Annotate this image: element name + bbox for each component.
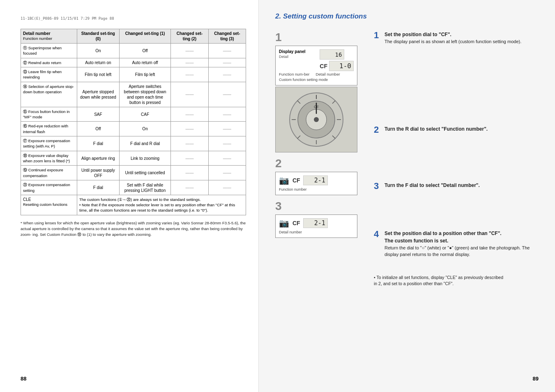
panel1-lcd-top: 16 [320, 49, 344, 60]
changed1-cell: Film tip left [119, 67, 171, 82]
table-row: ⑭ Selection of aperture stop-down button… [21, 82, 246, 107]
page-number-right: 89 [533, 376, 539, 382]
changed2-cell [171, 82, 208, 107]
step1-num: 1 [374, 31, 381, 45]
table-row: ⑲ Continued exposure compensationUntil p… [21, 166, 246, 180]
panel1-top: Display panel Detail 16 CF 1-0 [279, 49, 354, 71]
step4-body: Return the dial to "○" (white) or "●" (g… [385, 245, 530, 257]
table-row: ⑮ Focus button function in "MF" modeSAFC… [21, 107, 246, 122]
left-page: 11-1BC(E)_P086-89 11/15/01 7:29 PM Page … [0, 0, 259, 392]
changed1-cell: F dial and R dial [119, 136, 171, 151]
changed1-cell: Off [119, 44, 171, 58]
panel2-lcd: 2-1 [303, 175, 328, 185]
panel1-lcd-bottom: 1-0 [329, 61, 354, 71]
panel3-camera-icon: 📷 [279, 218, 289, 228]
footnote: * When using lenses for which the open a… [21, 220, 246, 238]
changed2-cell [171, 151, 208, 166]
panel2-box: 📷 CF 2-1 Function number [275, 172, 357, 195]
table-row: ⑬ Leave film tip when rewindingFilm tip … [21, 67, 246, 82]
fn-detail-cell: ⑬ Leave film tip when rewinding [21, 67, 77, 82]
bullet-point: • To initialize all set functions, displ… [374, 274, 505, 288]
col-standard-header: Standard set-ting (0) [77, 29, 120, 44]
step1-heading: Set the position dial to "CF". [385, 32, 451, 37]
right-page: 2. Setting custom functions 1 Display pa… [259, 0, 555, 392]
changed2-cell [171, 44, 208, 58]
col-changed3-header: Changed set-ting (3) [208, 29, 246, 44]
changed2-cell [171, 180, 208, 195]
col-changed2-header: Changed set-ting (2) [171, 29, 208, 44]
step4-sub: The custom function is set. [385, 238, 448, 244]
changed3-cell [208, 44, 246, 58]
panel3-cf-lcd: CF 2-1 [292, 218, 328, 228]
camera-dial-image: CF [275, 87, 357, 152]
table-row: ⑫ Rewind auto returnAuto return onAuto r… [21, 58, 246, 67]
right-content: 1 Display panel Detail 16 CF 1-0 [275, 31, 539, 287]
panels-column: 1 Display panel Detail 16 CF 1-0 [275, 31, 366, 287]
step1-body: The display panel is as shown at left (c… [385, 39, 521, 44]
dial-svg: CF [288, 91, 345, 148]
panel2-fn-label: Function number [279, 187, 354, 191]
step3-heading: Turn the F dial to select "Detail number… [385, 182, 480, 188]
svg-point-13 [314, 117, 319, 122]
cle-desc-cell: The custom functions (①～⑳) are always se… [77, 195, 246, 215]
step3-num: 3 [374, 182, 381, 191]
panel1-cf-row: CF 1-0 [320, 61, 354, 71]
fn-detail-cell: ⑱ Exposure value display when zoom lens … [21, 151, 77, 166]
fn-detail-cell: ⑰ Exposure compensation setting (with Av… [21, 136, 77, 151]
step2-text: Turn the R dial to select "Function numb… [385, 125, 488, 134]
step1-number-label: 1 [275, 31, 366, 44]
changed3-cell [208, 107, 246, 122]
fn-detail-cell: ⑪ Superimpose when focused [21, 44, 77, 58]
instruction-step-4: 4 Set the position dial to a position ot… [374, 230, 539, 258]
panel1-display-label: Display panel [279, 49, 305, 54]
panel1-detail-num-label: Detail number [315, 72, 340, 76]
changed3-cell [208, 180, 246, 195]
step4-heading: Set the position dial to a position othe… [385, 231, 502, 236]
cf-table: Detail number Function number Standard s… [21, 29, 246, 215]
standard-cell: Off [77, 122, 120, 136]
changed1-cell: On [119, 122, 171, 136]
col-detail-header: Detail number Function number [23, 31, 75, 41]
page-header: 11-1BC(E)_P086-89 11/15/01 7:29 PM Page … [21, 16, 246, 21]
changed1-cell: CAF [119, 107, 171, 122]
changed3-cell [208, 136, 246, 151]
changed1-cell: Aperture switches between stopped down a… [119, 82, 171, 107]
changed3-cell [208, 82, 246, 107]
panel1-labels: Display panel Detail [279, 49, 305, 59]
changed2-cell [171, 58, 208, 67]
fn-detail-cell: ⑯ Red-eye reduction with internal flash [21, 122, 77, 136]
fn-detail-cell: ⑫ Rewind auto return [21, 58, 77, 67]
panel1-bottom-labels: Function num-ber Detail number [279, 72, 354, 76]
section-title: 2. Setting custom functions [275, 12, 539, 23]
cle-fn-cell: CLEResetting custom functions [21, 195, 77, 215]
step3-text: Turn the F dial to select "Detail number… [385, 182, 480, 191]
table-row: ⑪ Superimpose when focusedOnOff [21, 44, 246, 58]
step2-heading: Turn the R dial to select "Function numb… [385, 126, 488, 132]
fn-detail-cell: ⑭ Selection of aperture stop-down button… [21, 82, 77, 107]
panel1-lcd-area: 16 CF 1-0 [320, 49, 354, 71]
step2-number-label: 2 [275, 157, 366, 170]
changed2-cell [171, 122, 208, 136]
panel1-mode-label: Custom function setting mode [279, 78, 354, 82]
step4-num: 4 [374, 230, 381, 258]
changed3-cell [208, 122, 246, 136]
changed1-cell: Auto return off [119, 58, 171, 67]
step1-text: Set the position dial to "CF". The displ… [385, 31, 521, 45]
instruction-step-1: 1 Set the position dial to "CF". The dis… [374, 31, 539, 45]
standard-cell: F dial [77, 136, 120, 151]
panel3-inner: 📷 CF 2-1 [279, 218, 354, 228]
panel1-box: Display panel Detail 16 CF 1-0 Fu [275, 46, 357, 85]
standard-cell: Auto return on [77, 58, 120, 67]
changed3-cell [208, 166, 246, 180]
fn-detail-cell: ⑲ Continued exposure compensation [21, 166, 77, 180]
instruction-step-2: 2 Turn the R dial to select "Function nu… [374, 125, 539, 134]
standard-cell: Aperture stopped down while pressed [77, 82, 120, 107]
panel1-fn-label: Function num-ber [279, 72, 309, 76]
standard-cell: On [77, 44, 120, 58]
changed1-cell: Until setting cancelled [119, 166, 171, 180]
standard-cell: SAF [77, 107, 120, 122]
changed3-cell [208, 151, 246, 166]
panel3-box: 📷 CF 2-1 Detail number [275, 214, 357, 238]
step2-num: 2 [374, 125, 381, 134]
panel1-detail-label: Detail [279, 55, 305, 59]
